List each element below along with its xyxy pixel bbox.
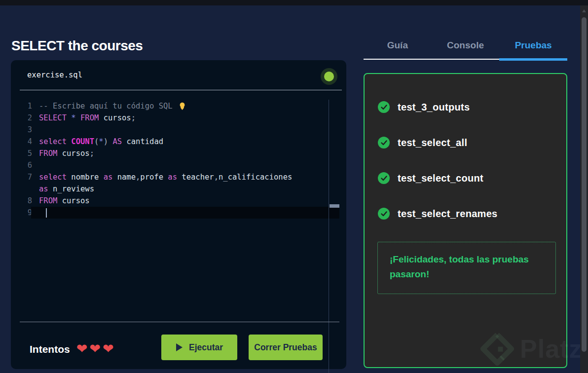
attempts-label: Intentos [30,343,70,355]
code-token: -- Escribe aquí tu código SQL [39,102,177,111]
code-token: as [39,185,48,193]
line-number: 6 [18,159,32,171]
code-line-content: FROM cursos [39,195,339,207]
line-number: 4 [18,136,32,148]
code-line: 3 [18,124,339,136]
test-result-item: test_select_count [378,172,566,184]
editor-footer-divider [20,322,339,322]
editor-header: exercise.sql [20,60,342,90]
code-token: ; [90,149,94,158]
congrats-box: ¡Felicidades, todas las pruebas pasaron! [377,242,556,294]
active-tab-indicator [499,58,567,61]
platzi-watermark: Platzi [479,330,588,368]
editor-status-dot [321,68,337,85]
congrats-message: ¡Felicidades, todas las pruebas pasaron! [390,252,544,282]
code-token: as [104,173,113,182]
code-token: * [99,137,103,146]
code-token: as [168,173,177,182]
code-token: COUNT [71,137,94,146]
code-line-content [39,124,339,136]
code-line-content: select COUNT(*) AS cantidad [39,136,339,148]
code-token: cursos [99,113,131,122]
tab-label: Pruebas [515,40,552,51]
code-line: 9 [18,207,339,219]
editor-scrollbar-thumb[interactable] [330,204,339,208]
line-number: 7 [18,171,32,183]
status-dot-icon [324,72,334,81]
code-token: nombre [67,173,104,182]
code-editor[interactable]: 1-- Escribe aquí tu código SQL 2SELECT *… [18,100,339,219]
code-line: 5FROM cursos; [18,148,339,159]
code-line-content: as n_reviews [39,183,339,195]
check-icon [378,101,390,113]
code-token: FROM [39,149,57,158]
check-icon [378,172,390,184]
run-button[interactable]: Ejecutar [161,335,237,360]
code-token [108,137,112,146]
heart-icon: ❤ [103,341,114,356]
code-token: AS [112,137,122,146]
tests-panel: test_3_outputstest_select_alltest_select… [364,73,567,368]
run-tests-button-label: Correr Pruebas [254,342,317,353]
line-number: 2 [18,112,32,124]
test-result-item: test_3_outputs [378,101,566,113]
code-line-content [39,159,339,171]
tab-gua[interactable]: Guía [364,31,432,60]
code-token [67,137,71,146]
code-token: SELECT [39,113,67,122]
code-line: 4select COUNT(*) AS cantidad [18,136,339,148]
code-token: cursos [57,149,89,158]
test-result-item: test_select_all [378,137,566,149]
run-tests-button[interactable]: Correr Pruebas [249,335,323,360]
run-button-label: Ejecutar [189,342,223,353]
page-title: SELECT the courses [11,38,143,54]
page-scrollbar-thumb[interactable] [582,17,587,352]
page-scrollbar [580,5,588,373]
tab-label: Console [447,40,484,51]
heart-icon: ❤ [89,341,101,356]
test-name: test_select_count [398,173,483,184]
tab-console[interactable]: Console [432,31,500,60]
code-token: n_reviews [48,185,94,193]
code-token: FROM [39,196,57,205]
code-line: 1-- Escribe aquí tu código SQL [18,100,339,112]
play-icon [176,343,183,352]
check-icon [378,137,390,149]
code-token: teacher [177,173,214,182]
code-token: FROM [80,113,99,122]
test-result-item: test_select_renames [378,208,566,220]
scroll-up-arrow-icon[interactable] [582,9,586,12]
test-name: test_select_all [398,137,467,149]
code-line-content: select nombre as name,profe as teacher,n… [39,171,339,183]
code-line: 7select nombre as name,profe as teacher,… [18,171,339,183]
line-number: 3 [18,124,32,136]
editor-scrollbar-track [329,100,329,373]
code-line-content: FROM cursos; [39,148,339,159]
attempts-hearts: ❤❤❤ [76,342,116,356]
tab-label: Guía [387,40,408,51]
test-results-list: test_3_outputstest_select_alltest_select… [365,74,566,220]
code-line: 6 [18,159,339,171]
code-token: profe [140,173,168,182]
text-caret [46,208,47,218]
tab-pruebas[interactable]: Pruebas [499,31,567,60]
code-token: cantidad [122,137,163,146]
top-window-strip [0,0,588,5]
test-name: test_select_renames [398,208,498,220]
code-token: ( [94,137,99,146]
line-number: 9 [18,207,32,219]
code-token: , [136,173,140,182]
code-token [76,113,80,122]
code-line-content: -- Escribe aquí tu código SQL [39,100,339,112]
code-line-content [31,207,339,219]
tabs: GuíaConsolePruebas [364,31,567,60]
code-line-content: SELECT * FROM cursos; [39,112,339,124]
line-number [18,183,32,195]
platzi-logo-icon [479,331,515,367]
code-token: n_calificaciones [219,173,292,182]
code-token: cursos [57,196,89,205]
watermark-brand: Platzi [520,334,588,364]
code-token: select [39,137,67,146]
line-number: 5 [18,148,32,159]
code-token: ) [104,137,108,146]
